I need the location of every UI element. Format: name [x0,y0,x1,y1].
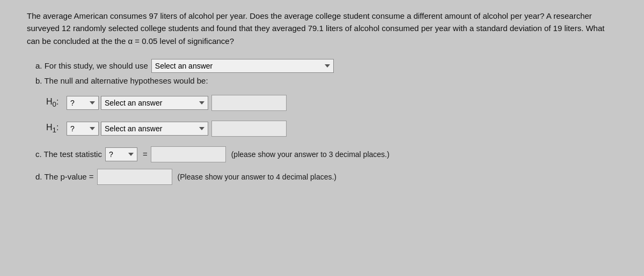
main-container: The average American consumes 97 liters … [27,10,617,185]
h1-label: H1: [46,123,62,134]
part-d-row: d. The p-value = (Please show your answe… [35,169,617,185]
h0-value-input[interactable] [211,95,287,111]
part-c-equal: = [143,150,148,159]
h1-row: H1: ? μ p Select an answer [46,121,617,137]
part-d-note: (Please show your answer to 4 decimal pl… [178,173,336,181]
part-c-select-q[interactable]: ? t z [105,147,137,161]
part-a-row: a. For this study, we should use Select … [35,59,617,73]
h1-value-input[interactable] [211,121,287,137]
h0-row: H0: ? μ p Select an answer [46,95,617,111]
part-a-select[interactable]: Select an answer [151,59,334,73]
part-d-label: d. The p-value = [35,172,94,181]
part-c-note: (please show your answer to 3 decimal pl… [231,150,390,159]
parts-container: a. For this study, we should use Select … [27,59,617,185]
h0-label: H0: [46,97,62,108]
part-a-label: a. For this study, we should use [35,61,148,70]
h0-select-q[interactable]: ? μ p [67,96,99,110]
h1-select-q[interactable]: ? μ p [67,122,99,136]
part-c-value-input[interactable] [151,146,226,162]
part-c-label: c. The test statistic [35,150,102,159]
part-b-label: b. The null and alternative hypotheses w… [35,76,617,85]
part-c-row: c. The test statistic ? t z = (please sh… [35,146,617,162]
h1-select-answer[interactable]: Select an answer [101,122,208,136]
question-text: The average American consumes 97 liters … [27,10,617,47]
part-d-value-input[interactable] [97,169,172,185]
h0-select-answer[interactable]: Select an answer [101,96,208,110]
